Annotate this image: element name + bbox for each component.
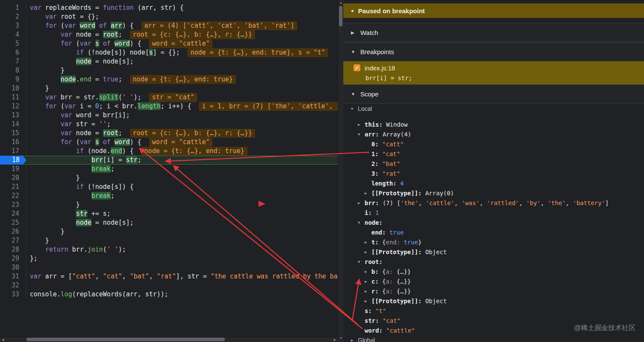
code-token: var: [60, 129, 72, 137]
chevron-down-icon[interactable]: ▼: [358, 260, 365, 264]
code-token: end:: [386, 239, 404, 246]
line-number[interactable]: 28: [0, 245, 26, 254]
scope-section-header[interactable]: ▼ Scope: [343, 84, 644, 104]
scroll-right-icon[interactable]: ▶: [334, 338, 336, 342]
line-number[interactable]: 32: [0, 281, 26, 290]
line-number[interactable]: 23: [0, 200, 26, 209]
scope-entry[interactable]: ▶brr: (7) ['the', 'cattle', 'was', 'ratt…: [343, 198, 644, 208]
code-token: Array(0): [425, 190, 454, 197]
line-number[interactable]: 5: [0, 39, 26, 48]
scope-entry[interactable]: ▶c: {a: {…}}: [343, 276, 644, 286]
watch-section-header[interactable]: ▶ Watch: [343, 23, 644, 42]
line-number[interactable]: 2: [0, 12, 26, 21]
code-token: ,: [418, 200, 426, 206]
scope-var-name: c:: [371, 278, 382, 285]
chevron-down-icon[interactable]: ▼: [351, 107, 358, 111]
line-number[interactable]: 33: [0, 290, 26, 299]
scroll-up-icon[interactable]: ▲: [339, 1, 342, 5]
scope-entry[interactable]: ▶r: {a: {…}}: [343, 286, 644, 296]
scope-entry[interactable]: ▶[[Prototype]]: Object: [343, 296, 644, 306]
code-text: return brr.join(' ');: [26, 245, 126, 254]
line-number[interactable]: 8: [0, 66, 26, 75]
scroll-down-icon[interactable]: ▼: [339, 336, 342, 340]
chevron-right-icon: ▶: [351, 30, 356, 35]
line-number[interactable]: 19: [0, 165, 26, 174]
code-line: 11 var brr = str.split(' ');str = "cat": [0, 93, 338, 102]
horizontal-scrollbar-thumb[interactable]: [26, 338, 225, 341]
chevron-right-icon[interactable]: ▶: [365, 289, 371, 293]
code-text: break;: [26, 191, 115, 200]
breakpoints-section-header[interactable]: ▼ Breakpoints: [343, 42, 644, 61]
chevron-right-icon[interactable]: ▶: [365, 191, 371, 195]
code-token: [30, 75, 60, 83]
line-number[interactable]: 15: [0, 129, 26, 138]
chevron-right-icon[interactable]: ▶: [358, 122, 365, 127]
line-number[interactable]: 30: [0, 263, 26, 272]
vertical-scrollbar[interactable]: ▲ ▼: [338, 0, 343, 342]
line-number[interactable]: 20: [0, 174, 26, 183]
line-number[interactable]: 24: [0, 209, 26, 218]
chevron-right-icon[interactable]: ▶: [358, 201, 365, 205]
scope-entry[interactable]: ▶this: Window: [343, 119, 644, 129]
breakpoint-checkbox[interactable]: ✓: [354, 64, 360, 71]
line-number[interactable]: 21: [0, 183, 26, 191]
code-token: var: [60, 120, 72, 128]
line-number[interactable]: 7: [0, 57, 26, 66]
line-number[interactable]: 6: [0, 48, 26, 57]
code-token: [99, 40, 103, 47]
code-text: [26, 263, 30, 272]
chevron-down-icon[interactable]: ▼: [358, 220, 365, 225]
line-number[interactable]: 27: [0, 236, 26, 245]
chevron-down-icon[interactable]: ▼: [358, 132, 365, 136]
line-number[interactable]: 26: [0, 227, 26, 236]
scope-entry[interactable]: ▼arr: Array(4): [343, 129, 644, 139]
chevron-right-icon[interactable]: ▶: [365, 240, 371, 244]
line-number[interactable]: 10: [0, 84, 26, 93]
code-token: a:: [386, 288, 397, 295]
scope-entry[interactable]: ▼root:: [343, 257, 644, 267]
scope-entry[interactable]: ▶b: {a: {…}}: [343, 267, 644, 276]
chevron-right-icon[interactable]: ▶: [365, 279, 371, 284]
scope-entry[interactable]: ▶[[Prototype]]: Array(0): [343, 188, 644, 198]
line-number[interactable]: 29: [0, 254, 26, 263]
scope-var-name: this:: [365, 121, 386, 128]
line-number[interactable]: 14: [0, 120, 26, 129]
code-token: [99, 138, 103, 146]
scope-var-value: "cat": [382, 317, 400, 324]
line-number[interactable]: 22: [0, 191, 26, 200]
chevron-right-icon[interactable]: ▶: [351, 338, 358, 342]
breakpoint-entry[interactable]: ✓ index.js:18 brr[i] = str;: [343, 61, 644, 84]
scope-entry[interactable]: ▶[[Prototype]]: Object: [343, 247, 644, 257]
chevron-right-icon[interactable]: ▶: [365, 250, 371, 254]
line-number[interactable]: 4: [0, 30, 26, 39]
line-number[interactable]: 11: [0, 93, 26, 102]
code-line: 23 }: [0, 200, 338, 209]
code-line: 22 break;: [0, 191, 338, 200]
scope-var-value: 4: [400, 180, 403, 187]
scope-var-value: "t": [375, 307, 386, 314]
scope-group-local[interactable]: ▼Local: [343, 104, 644, 113]
line-number[interactable]: 3: [0, 21, 26, 30]
chevron-right-icon[interactable]: ▶: [365, 299, 371, 303]
line-number[interactable]: 13: [0, 111, 26, 120]
line-number[interactable]: 1: [0, 3, 26, 12]
line-number[interactable]: 31: [0, 272, 26, 281]
line-number[interactable]: 12: [0, 102, 26, 111]
scope-group-global[interactable]: ▶Global: [343, 335, 644, 342]
line-number[interactable]: 25: [0, 218, 26, 227]
line-number[interactable]: 17: [0, 147, 26, 156]
scroll-left-icon[interactable]: ◀: [2, 338, 4, 342]
vertical-scrollbar-thumb[interactable]: [339, 6, 342, 26]
scope-entry[interactable]: ▼node:: [343, 217, 644, 227]
code-token: (replaceWords(arr, str));: [72, 290, 168, 298]
scope-var-value: {a: {…}}: [382, 288, 411, 295]
scope-var-name: 1:: [371, 151, 382, 157]
line-number[interactable]: 9: [0, 75, 26, 84]
execution-pointer-line-number[interactable]: 18: [0, 156, 26, 165]
code-line: 19 break;: [0, 165, 338, 174]
code-token: break: [92, 192, 111, 200]
line-number[interactable]: 16: [0, 138, 26, 147]
chevron-right-icon[interactable]: ▶: [365, 270, 371, 274]
scope-entry[interactable]: ▶t: {end: true}: [343, 237, 644, 247]
horizontal-scrollbar[interactable]: ◀ ▶: [0, 336, 338, 342]
